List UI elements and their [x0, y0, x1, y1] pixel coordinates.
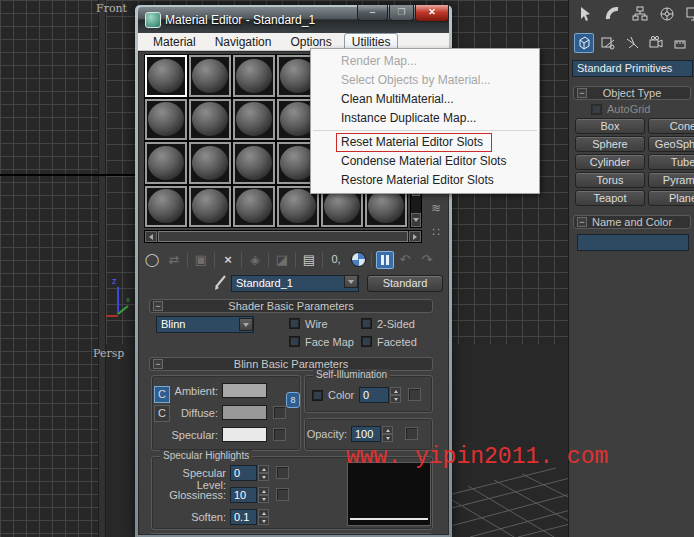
options-icon[interactable]: ≋ [427, 200, 445, 218]
material-id-channel-icon[interactable]: 0, [325, 250, 347, 270]
autogrid-checkbox[interactable] [591, 104, 602, 115]
opacity-map-button[interactable] [405, 427, 418, 440]
diffuse-color-swatch[interactable] [222, 405, 267, 420]
viewport-divider[interactable] [98, 0, 106, 537]
menu-navigation[interactable]: Navigation [208, 34, 279, 50]
self-illum-color-checkbox[interactable] [312, 390, 323, 401]
opacity-spinner[interactable] [382, 426, 393, 442]
lock-link-icon[interactable]: 8 [286, 392, 300, 408]
material-sample-slot[interactable] [233, 55, 275, 97]
collapse-icon[interactable]: − [153, 359, 163, 369]
maximize-button[interactable]: ❐ [389, 5, 414, 21]
menu-item-condense-slots[interactable]: Condense Material Editor Slots [311, 152, 539, 171]
button-torus[interactable]: Torus [575, 172, 645, 188]
menu-item-clean-multimaterial[interactable]: Clean MultiMaterial... [311, 90, 539, 109]
go-to-parent-icon[interactable]: ↶ [394, 250, 416, 270]
material-sample-slot[interactable] [233, 99, 275, 141]
button-cone[interactable]: Cone [648, 118, 694, 134]
button-pyramid[interactable]: Pyramid [648, 172, 694, 188]
dropdown-arrow-icon[interactable] [239, 318, 253, 331]
object-type-rollout[interactable]: − Object Type [573, 86, 691, 100]
specular-level-map-button[interactable] [276, 466, 289, 479]
category-geometry-icon[interactable] [574, 33, 594, 53]
tab-display-icon[interactable] [683, 3, 694, 25]
name-color-rollout[interactable]: − Name and Color [573, 215, 691, 229]
reset-map-icon[interactable]: × [217, 250, 239, 270]
collapse-icon[interactable]: − [577, 88, 587, 98]
scroll-thumb[interactable] [158, 231, 408, 242]
go-forward-sibling-icon[interactable]: ↷ [416, 250, 438, 270]
soften-value[interactable]: 0.1 [230, 509, 257, 525]
scroll-left-icon[interactable] [145, 231, 157, 242]
assign-material-icon[interactable]: ▣ [190, 250, 212, 270]
sample-horizontal-scrollbar[interactable] [144, 230, 422, 243]
button-plane[interactable]: Plane [648, 190, 694, 206]
tab-create-icon[interactable] [575, 3, 597, 25]
glossiness-spinner[interactable] [258, 487, 269, 503]
button-teapot[interactable]: Teapot [575, 190, 645, 206]
minimize-button[interactable]: – [357, 5, 388, 21]
diffuse-map-button[interactable] [273, 406, 286, 419]
get-material-icon[interactable]: ◯ [141, 250, 163, 270]
button-box[interactable]: Box [575, 118, 645, 134]
soften-spinner[interactable] [258, 509, 269, 525]
material-sample-slot[interactable] [189, 55, 231, 97]
material-sample-slot[interactable] [145, 99, 187, 141]
tab-hierarchy-icon[interactable] [629, 3, 651, 25]
button-cylinder[interactable]: Cylinder [575, 154, 645, 170]
tab-modify-icon[interactable] [602, 3, 624, 25]
opacity-value[interactable]: 100 [351, 426, 381, 442]
button-sphere[interactable]: Sphere [575, 136, 645, 152]
menu-material[interactable]: Material [146, 34, 203, 50]
put-to-library-icon[interactable]: ▤ [298, 250, 320, 270]
two-sided-checkbox[interactable] [361, 318, 372, 329]
specular-level-value[interactable]: 0 [230, 465, 257, 481]
material-sample-slot[interactable] [145, 55, 187, 97]
menu-item-reset-material-editor-slots[interactable]: Reset Material Editor Slots [311, 133, 539, 152]
put-material-to-scene-icon[interactable]: ⇄ [163, 250, 185, 270]
menu-item-restore-slots[interactable]: Restore Material Editor Slots [311, 171, 539, 190]
material-sample-slot[interactable] [189, 99, 231, 141]
glossiness-value[interactable]: 10 [230, 487, 257, 503]
object-name-field[interactable] [577, 234, 689, 251]
faceted-checkbox[interactable] [361, 336, 372, 347]
scroll-right-icon[interactable] [409, 231, 421, 242]
shader-basic-parameters-rollout[interactable]: − Shader Basic Parameters [149, 299, 433, 313]
category-lights-icon[interactable] [622, 33, 642, 53]
material-map-navigator-icon[interactable]: ∷ [427, 224, 445, 242]
material-sample-slot[interactable] [145, 142, 187, 184]
show-map-in-viewport-icon[interactable] [347, 250, 369, 270]
category-spacewarps-icon[interactable]: ≈ [688, 33, 694, 53]
make-unique-icon[interactable]: ◪ [271, 250, 293, 270]
show-end-result-icon[interactable] [376, 251, 394, 269]
face-map-checkbox[interactable] [289, 336, 300, 347]
viewport-label-front[interactable]: Front [96, 2, 127, 15]
category-cameras-icon[interactable] [646, 33, 666, 53]
pick-material-eyedropper-icon[interactable] [211, 274, 228, 292]
material-sample-slot[interactable] [145, 186, 187, 228]
category-dropdown[interactable]: Standard Primitives [572, 60, 693, 77]
dropdown-arrow-icon[interactable] [344, 275, 358, 288]
tab-motion-icon[interactable] [656, 3, 678, 25]
glossiness-map-button[interactable] [276, 488, 289, 501]
material-type-button[interactable]: Standard [367, 275, 443, 292]
specular-map-button[interactable] [273, 428, 286, 441]
self-illum-map-button[interactable] [408, 388, 421, 401]
menu-item-instance-duplicate-map[interactable]: Instance Duplicate Map... [311, 109, 539, 128]
material-sample-slot[interactable] [233, 186, 275, 228]
self-illum-spinner[interactable] [390, 387, 401, 403]
collapse-icon[interactable]: − [153, 301, 163, 311]
material-sample-slot[interactable] [233, 142, 275, 184]
scroll-down-icon[interactable] [411, 213, 421, 227]
left-viewport[interactable] [0, 0, 98, 537]
material-name-dropdown[interactable]: Standard_1 [231, 275, 359, 292]
ambient-color-swatch[interactable] [222, 383, 267, 398]
specular-level-spinner[interactable] [258, 465, 269, 481]
category-shapes-icon[interactable] [598, 33, 618, 53]
collapse-icon[interactable]: − [577, 217, 587, 227]
blinn-basic-parameters-rollout[interactable]: − Blinn Basic Parameters [149, 357, 433, 371]
specular-color-swatch[interactable] [222, 427, 267, 442]
button-tube[interactable]: Tube [648, 154, 694, 170]
self-illum-value[interactable]: 0 [359, 387, 389, 403]
category-helpers-icon[interactable] [670, 33, 690, 53]
